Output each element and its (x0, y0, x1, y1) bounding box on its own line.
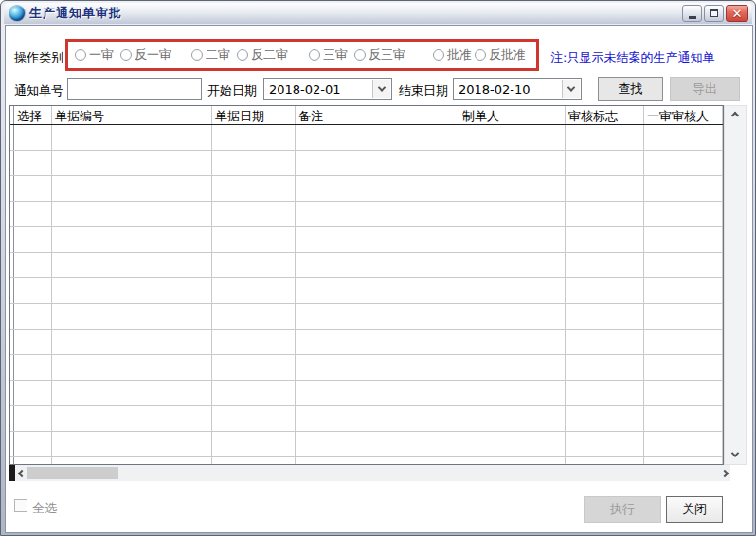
table-cell (644, 330, 723, 354)
table-cell (14, 304, 52, 329)
radio-circle-icon (75, 49, 86, 61)
table-cell (566, 406, 644, 431)
export-button[interactable]: 导出 (670, 77, 740, 101)
radio-label: 反一审 (135, 46, 171, 63)
table-row[interactable] (10, 406, 723, 432)
table-cell (644, 457, 723, 465)
table-cell (212, 457, 296, 465)
column-header[interactable]: 备注 (296, 106, 459, 124)
scroll-right-button[interactable] (718, 465, 730, 481)
table-cell (52, 457, 212, 465)
radio-option-4[interactable]: 反二审 (237, 46, 288, 63)
table-row[interactable] (10, 278, 723, 304)
radio-option-2[interactable]: 反一审 (120, 46, 171, 63)
table-row[interactable] (10, 457, 723, 465)
table-cell (14, 355, 52, 380)
table-row[interactable] (10, 125, 723, 151)
start-date-combobox[interactable]: 2018-02-01 (263, 78, 392, 100)
table-cell (296, 151, 459, 175)
table-cell (644, 151, 723, 175)
table-cell (14, 278, 52, 303)
table-row[interactable] (10, 381, 723, 406)
table-row[interactable] (10, 151, 723, 176)
radio-option-6[interactable]: 反三审 (354, 46, 405, 63)
table-cell (296, 202, 459, 226)
column-header[interactable]: 单据日期 (212, 106, 296, 124)
column-header[interactable]: 选择 (14, 106, 52, 124)
notice-number-input[interactable] (67, 78, 202, 100)
table-row[interactable] (10, 355, 723, 381)
horizontal-scrollbar-thumb[interactable] (27, 467, 118, 479)
scroll-down-button[interactable] (725, 447, 746, 462)
table-cell (644, 355, 723, 380)
app-window: 生产通知单审批 ✕ 操作类别 一审反一审二审反二审三审反三审批准反批准 注:只显… (0, 0, 756, 536)
start-date-dropdown-button[interactable] (372, 80, 390, 98)
close-icon: ✕ (732, 7, 743, 21)
search-button[interactable]: 查找 (598, 77, 663, 101)
vertical-scrollbar[interactable] (724, 105, 747, 465)
table-cell (212, 381, 296, 405)
scroll-left-button[interactable] (15, 465, 27, 481)
table-cell (14, 457, 52, 465)
notice-number-label: 通知单号 (14, 82, 63, 99)
table-cell (212, 406, 296, 431)
table-row[interactable] (10, 253, 723, 278)
minimize-button[interactable] (682, 5, 702, 22)
table-cell (459, 278, 566, 303)
table-row[interactable] (10, 176, 723, 202)
end-date-label: 结束日期 (399, 82, 448, 99)
select-all-checkbox[interactable] (14, 499, 27, 512)
table-header-row: 选择单据编号单据日期备注制单人审核标志一审审核人 (10, 106, 723, 125)
column-header[interactable]: 审核标志 (566, 106, 644, 124)
table-cell (566, 304, 644, 329)
end-date-combobox[interactable]: 2018-02-10 (453, 78, 582, 100)
column-header[interactable]: 制单人 (459, 106, 566, 124)
table-row[interactable] (10, 202, 723, 227)
column-header[interactable]: 一审审核人 (644, 106, 723, 124)
table-cell (14, 125, 52, 150)
maximize-button[interactable] (704, 5, 724, 22)
radio-circle-icon (354, 49, 366, 61)
end-date-dropdown-button[interactable] (562, 80, 580, 98)
documents-table: 选择单据编号单据日期备注制单人审核标志一审审核人 (9, 105, 724, 465)
table-row[interactable] (10, 432, 723, 457)
radio-option-1[interactable]: 一审 (75, 46, 114, 63)
radio-circle-icon (237, 49, 248, 61)
radio-option-7[interactable]: 批准 (433, 46, 472, 63)
radio-option-3[interactable]: 二审 (191, 46, 230, 63)
table-cell (212, 227, 296, 252)
table-cell (644, 176, 723, 201)
horizontal-scrollbar[interactable] (9, 465, 730, 481)
scroll-up-button[interactable] (725, 108, 746, 123)
column-header[interactable]: 单据编号 (52, 106, 212, 124)
execute-button[interactable]: 执行 (584, 496, 661, 523)
radio-label: 反三审 (369, 46, 405, 63)
table-row[interactable] (10, 304, 723, 330)
chevron-down-icon (731, 449, 739, 456)
table-cell (14, 253, 52, 277)
table-cell (459, 227, 566, 252)
table-cell (212, 253, 296, 277)
title-bar[interactable]: 生产通知单审批 ✕ (4, 3, 752, 24)
radio-label: 一审 (89, 46, 114, 63)
radio-option-8[interactable]: 反批准 (475, 46, 526, 63)
table-cell (14, 381, 52, 405)
close-button[interactable]: ✕ (726, 5, 748, 22)
table-cell (212, 176, 296, 201)
table-cell (296, 381, 459, 405)
chevron-down-icon (567, 83, 575, 91)
table-cell (644, 202, 723, 226)
table-row[interactable] (10, 330, 723, 355)
table-cell (296, 432, 459, 456)
table-cell (296, 304, 459, 329)
table-cell (212, 304, 296, 329)
table-cell (459, 151, 566, 175)
chevron-right-icon (720, 469, 728, 476)
close-window-button[interactable]: 关闭 (666, 496, 723, 523)
table-row[interactable] (10, 227, 723, 253)
radio-option-5[interactable]: 三审 (309, 46, 348, 63)
operation-type-label: 操作类别 (14, 49, 63, 66)
table-cell (212, 330, 296, 354)
radio-label: 反批准 (489, 46, 526, 63)
note-text: 注:只显示未结案的生产通知单 (550, 49, 714, 66)
